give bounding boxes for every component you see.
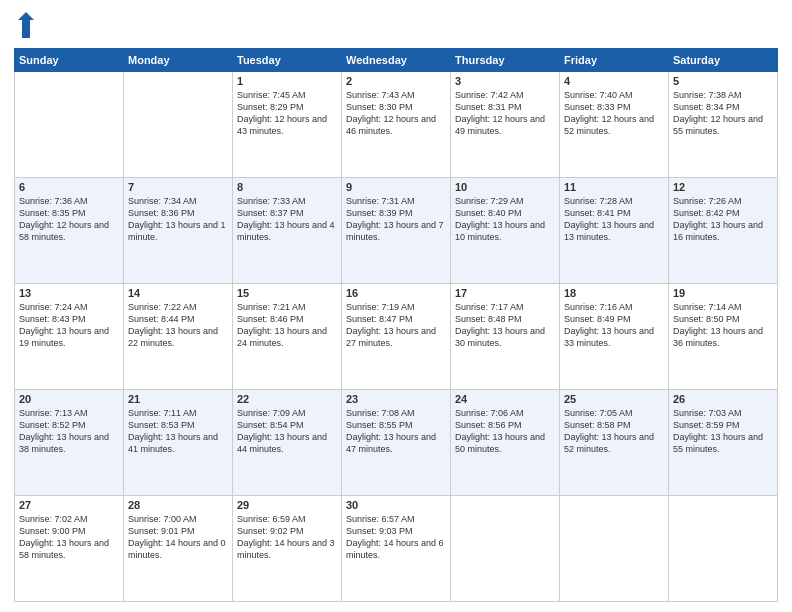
day-number: 21 bbox=[128, 393, 228, 405]
calendar-cell: 18Sunrise: 7:16 AM Sunset: 8:49 PM Dayli… bbox=[560, 284, 669, 390]
day-info: Sunrise: 7:06 AM Sunset: 8:56 PM Dayligh… bbox=[455, 407, 555, 456]
day-info: Sunrise: 7:21 AM Sunset: 8:46 PM Dayligh… bbox=[237, 301, 337, 350]
day-number: 27 bbox=[19, 499, 119, 511]
day-number: 23 bbox=[346, 393, 446, 405]
day-number: 28 bbox=[128, 499, 228, 511]
day-info: Sunrise: 7:17 AM Sunset: 8:48 PM Dayligh… bbox=[455, 301, 555, 350]
calendar-cell: 27Sunrise: 7:02 AM Sunset: 9:00 PM Dayli… bbox=[15, 496, 124, 602]
day-number: 13 bbox=[19, 287, 119, 299]
day-number: 2 bbox=[346, 75, 446, 87]
day-info: Sunrise: 6:59 AM Sunset: 9:02 PM Dayligh… bbox=[237, 513, 337, 562]
calendar-cell: 17Sunrise: 7:17 AM Sunset: 8:48 PM Dayli… bbox=[451, 284, 560, 390]
day-number: 20 bbox=[19, 393, 119, 405]
day-info: Sunrise: 7:11 AM Sunset: 8:53 PM Dayligh… bbox=[128, 407, 228, 456]
day-info: Sunrise: 7:16 AM Sunset: 8:49 PM Dayligh… bbox=[564, 301, 664, 350]
calendar-header-monday: Monday bbox=[124, 49, 233, 72]
svg-marker-0 bbox=[18, 12, 34, 38]
calendar-cell: 9Sunrise: 7:31 AM Sunset: 8:39 PM Daylig… bbox=[342, 178, 451, 284]
calendar-cell: 15Sunrise: 7:21 AM Sunset: 8:46 PM Dayli… bbox=[233, 284, 342, 390]
calendar-week-4: 20Sunrise: 7:13 AM Sunset: 8:52 PM Dayli… bbox=[15, 390, 778, 496]
day-number: 4 bbox=[564, 75, 664, 87]
calendar-cell: 12Sunrise: 7:26 AM Sunset: 8:42 PM Dayli… bbox=[669, 178, 778, 284]
calendar-header-thursday: Thursday bbox=[451, 49, 560, 72]
page: SundayMondayTuesdayWednesdayThursdayFrid… bbox=[0, 0, 792, 612]
calendar-cell: 24Sunrise: 7:06 AM Sunset: 8:56 PM Dayli… bbox=[451, 390, 560, 496]
calendar-cell: 5Sunrise: 7:38 AM Sunset: 8:34 PM Daylig… bbox=[669, 72, 778, 178]
day-info: Sunrise: 6:57 AM Sunset: 9:03 PM Dayligh… bbox=[346, 513, 446, 562]
day-number: 14 bbox=[128, 287, 228, 299]
day-info: Sunrise: 7:34 AM Sunset: 8:36 PM Dayligh… bbox=[128, 195, 228, 244]
calendar-cell: 11Sunrise: 7:28 AM Sunset: 8:41 PM Dayli… bbox=[560, 178, 669, 284]
day-info: Sunrise: 7:42 AM Sunset: 8:31 PM Dayligh… bbox=[455, 89, 555, 138]
calendar-cell bbox=[124, 72, 233, 178]
day-number: 10 bbox=[455, 181, 555, 193]
calendar-cell: 20Sunrise: 7:13 AM Sunset: 8:52 PM Dayli… bbox=[15, 390, 124, 496]
day-info: Sunrise: 7:03 AM Sunset: 8:59 PM Dayligh… bbox=[673, 407, 773, 456]
calendar-header-friday: Friday bbox=[560, 49, 669, 72]
logo-icon bbox=[16, 10, 36, 40]
calendar-week-3: 13Sunrise: 7:24 AM Sunset: 8:43 PM Dayli… bbox=[15, 284, 778, 390]
day-number: 12 bbox=[673, 181, 773, 193]
day-number: 24 bbox=[455, 393, 555, 405]
calendar-cell: 13Sunrise: 7:24 AM Sunset: 8:43 PM Dayli… bbox=[15, 284, 124, 390]
day-info: Sunrise: 7:00 AM Sunset: 9:01 PM Dayligh… bbox=[128, 513, 228, 562]
day-info: Sunrise: 7:05 AM Sunset: 8:58 PM Dayligh… bbox=[564, 407, 664, 456]
day-number: 9 bbox=[346, 181, 446, 193]
day-info: Sunrise: 7:33 AM Sunset: 8:37 PM Dayligh… bbox=[237, 195, 337, 244]
day-info: Sunrise: 7:31 AM Sunset: 8:39 PM Dayligh… bbox=[346, 195, 446, 244]
calendar-cell: 6Sunrise: 7:36 AM Sunset: 8:35 PM Daylig… bbox=[15, 178, 124, 284]
day-number: 18 bbox=[564, 287, 664, 299]
calendar-cell: 23Sunrise: 7:08 AM Sunset: 8:55 PM Dayli… bbox=[342, 390, 451, 496]
day-number: 11 bbox=[564, 181, 664, 193]
calendar-table: SundayMondayTuesdayWednesdayThursdayFrid… bbox=[14, 48, 778, 602]
day-number: 19 bbox=[673, 287, 773, 299]
calendar-cell bbox=[15, 72, 124, 178]
calendar-cell: 14Sunrise: 7:22 AM Sunset: 8:44 PM Dayli… bbox=[124, 284, 233, 390]
calendar-header-tuesday: Tuesday bbox=[233, 49, 342, 72]
day-number: 17 bbox=[455, 287, 555, 299]
calendar-cell: 4Sunrise: 7:40 AM Sunset: 8:33 PM Daylig… bbox=[560, 72, 669, 178]
calendar-cell: 30Sunrise: 6:57 AM Sunset: 9:03 PM Dayli… bbox=[342, 496, 451, 602]
calendar-cell: 25Sunrise: 7:05 AM Sunset: 8:58 PM Dayli… bbox=[560, 390, 669, 496]
day-number: 7 bbox=[128, 181, 228, 193]
day-info: Sunrise: 7:43 AM Sunset: 8:30 PM Dayligh… bbox=[346, 89, 446, 138]
calendar-week-5: 27Sunrise: 7:02 AM Sunset: 9:00 PM Dayli… bbox=[15, 496, 778, 602]
calendar-week-2: 6Sunrise: 7:36 AM Sunset: 8:35 PM Daylig… bbox=[15, 178, 778, 284]
day-info: Sunrise: 7:36 AM Sunset: 8:35 PM Dayligh… bbox=[19, 195, 119, 244]
calendar-cell: 10Sunrise: 7:29 AM Sunset: 8:40 PM Dayli… bbox=[451, 178, 560, 284]
calendar-cell: 8Sunrise: 7:33 AM Sunset: 8:37 PM Daylig… bbox=[233, 178, 342, 284]
calendar-cell bbox=[669, 496, 778, 602]
day-info: Sunrise: 7:19 AM Sunset: 8:47 PM Dayligh… bbox=[346, 301, 446, 350]
day-number: 5 bbox=[673, 75, 773, 87]
day-info: Sunrise: 7:02 AM Sunset: 9:00 PM Dayligh… bbox=[19, 513, 119, 562]
day-number: 22 bbox=[237, 393, 337, 405]
calendar-cell: 22Sunrise: 7:09 AM Sunset: 8:54 PM Dayli… bbox=[233, 390, 342, 496]
header bbox=[14, 10, 778, 40]
day-number: 15 bbox=[237, 287, 337, 299]
day-info: Sunrise: 7:22 AM Sunset: 8:44 PM Dayligh… bbox=[128, 301, 228, 350]
calendar-cell: 29Sunrise: 6:59 AM Sunset: 9:02 PM Dayli… bbox=[233, 496, 342, 602]
day-number: 29 bbox=[237, 499, 337, 511]
calendar-cell: 19Sunrise: 7:14 AM Sunset: 8:50 PM Dayli… bbox=[669, 284, 778, 390]
calendar-cell: 16Sunrise: 7:19 AM Sunset: 8:47 PM Dayli… bbox=[342, 284, 451, 390]
day-number: 16 bbox=[346, 287, 446, 299]
day-number: 30 bbox=[346, 499, 446, 511]
day-info: Sunrise: 7:09 AM Sunset: 8:54 PM Dayligh… bbox=[237, 407, 337, 456]
calendar-cell: 28Sunrise: 7:00 AM Sunset: 9:01 PM Dayli… bbox=[124, 496, 233, 602]
calendar-cell: 7Sunrise: 7:34 AM Sunset: 8:36 PM Daylig… bbox=[124, 178, 233, 284]
calendar-header-sunday: Sunday bbox=[15, 49, 124, 72]
day-info: Sunrise: 7:38 AM Sunset: 8:34 PM Dayligh… bbox=[673, 89, 773, 138]
calendar-cell bbox=[451, 496, 560, 602]
day-info: Sunrise: 7:28 AM Sunset: 8:41 PM Dayligh… bbox=[564, 195, 664, 244]
calendar-header-row: SundayMondayTuesdayWednesdayThursdayFrid… bbox=[15, 49, 778, 72]
day-info: Sunrise: 7:13 AM Sunset: 8:52 PM Dayligh… bbox=[19, 407, 119, 456]
day-info: Sunrise: 7:40 AM Sunset: 8:33 PM Dayligh… bbox=[564, 89, 664, 138]
day-info: Sunrise: 7:45 AM Sunset: 8:29 PM Dayligh… bbox=[237, 89, 337, 138]
day-number: 8 bbox=[237, 181, 337, 193]
calendar-header-wednesday: Wednesday bbox=[342, 49, 451, 72]
calendar-cell: 21Sunrise: 7:11 AM Sunset: 8:53 PM Dayli… bbox=[124, 390, 233, 496]
day-info: Sunrise: 7:29 AM Sunset: 8:40 PM Dayligh… bbox=[455, 195, 555, 244]
day-number: 6 bbox=[19, 181, 119, 193]
day-number: 1 bbox=[237, 75, 337, 87]
day-info: Sunrise: 7:14 AM Sunset: 8:50 PM Dayligh… bbox=[673, 301, 773, 350]
